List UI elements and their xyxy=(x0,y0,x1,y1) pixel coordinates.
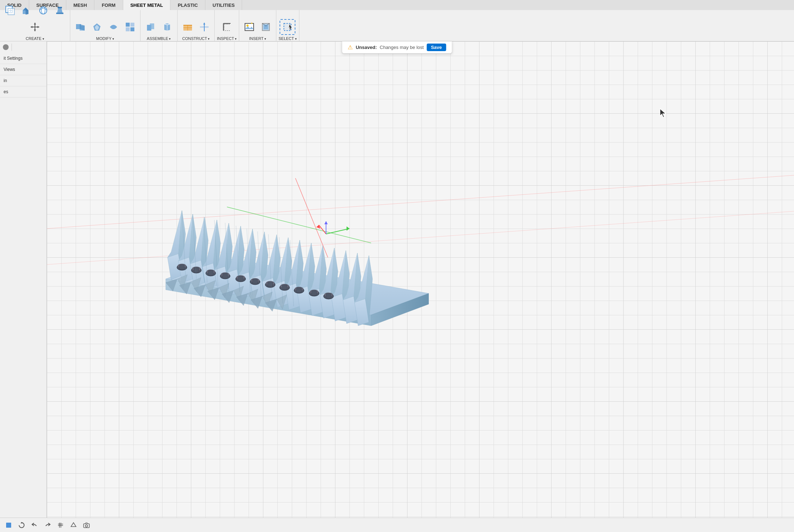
modify-icon1[interactable] xyxy=(72,19,88,35)
svg-line-174 xyxy=(326,229,349,234)
assemble-section: ASSEMBLE ▾ xyxy=(140,10,178,41)
svg-point-46 xyxy=(246,24,249,27)
insert-icon2[interactable] xyxy=(258,19,274,35)
svg-rect-137 xyxy=(282,285,287,290)
3d-model xyxy=(119,70,443,340)
sidebar-item-settings[interactable]: it Settings xyxy=(0,53,46,64)
status-rotate-icon[interactable] xyxy=(17,520,27,530)
canvas-area[interactable] xyxy=(47,41,794,518)
inspect-label[interactable]: INSPECT ▾ xyxy=(217,36,237,41)
sidebar-item-in[interactable]: in xyxy=(0,75,46,86)
svg-rect-125 xyxy=(223,273,228,278)
status-bar xyxy=(0,518,794,532)
tab-form[interactable]: FORM xyxy=(94,0,123,10)
svg-marker-14 xyxy=(31,26,32,28)
es-label: es xyxy=(4,89,8,94)
unsaved-label: Unsaved: xyxy=(356,45,377,50)
svg-rect-11 xyxy=(58,7,62,8)
tab-plastic[interactable]: PLASTIC xyxy=(170,0,205,10)
svg-marker-186 xyxy=(71,523,76,527)
svg-rect-180 xyxy=(6,523,11,528)
tab-utilities[interactable]: UTILITIES xyxy=(205,0,242,10)
unsaved-bar: ⚠ Unsaved: Changes may be lost Save xyxy=(342,41,452,54)
insert-label[interactable]: INSERT ▾ xyxy=(249,36,266,41)
svg-rect-23 xyxy=(130,27,134,31)
svg-rect-10 xyxy=(56,13,63,14)
toolbar: SOLID SURFACE MESH FORM SHEET METAL PLAS… xyxy=(0,0,794,41)
svg-rect-116 xyxy=(179,265,184,270)
svg-rect-25 xyxy=(150,23,154,29)
settings-label: it Settings xyxy=(4,56,23,61)
create-label[interactable]: CREATE ▾ xyxy=(26,36,44,41)
extrude-button[interactable] xyxy=(19,3,35,18)
svg-marker-12 xyxy=(34,23,36,24)
svg-marker-175 xyxy=(347,226,349,231)
warning-icon: ⚠ xyxy=(348,44,353,51)
new-component-button[interactable] xyxy=(2,3,18,18)
status-camera-icon[interactable] xyxy=(81,520,92,530)
inspect-section: INSPECT ▾ xyxy=(215,10,239,41)
svg-marker-179 xyxy=(324,221,328,224)
svg-point-188 xyxy=(85,525,88,527)
svg-rect-52 xyxy=(264,25,268,29)
svg-marker-15 xyxy=(37,26,39,28)
svg-rect-134 xyxy=(268,282,273,287)
status-redo-icon[interactable] xyxy=(43,520,53,530)
svg-rect-122 xyxy=(208,270,213,275)
revolve-button[interactable] xyxy=(35,3,51,18)
construct-icon2[interactable] xyxy=(196,19,212,35)
modify-icon3[interactable] xyxy=(106,19,121,35)
tab-sheetmetal[interactable]: SHEET METAL xyxy=(123,0,171,10)
toolbar-icons-row: CREATE ▾ xyxy=(0,10,794,41)
svg-point-7 xyxy=(40,7,47,14)
svg-marker-6 xyxy=(26,8,28,15)
modify-icon2[interactable] xyxy=(89,19,105,35)
assemble-label[interactable]: ASSEMBLE ▾ xyxy=(147,36,171,41)
svg-marker-32 xyxy=(203,23,205,24)
sidebar-toggle-dot[interactable] xyxy=(3,44,9,50)
toolbar-tab-bar: SOLID SURFACE MESH FORM SHEET METAL PLAS… xyxy=(0,0,794,10)
move-button[interactable] xyxy=(27,19,43,35)
svg-rect-3 xyxy=(8,8,14,15)
tab-mesh[interactable]: MESH xyxy=(66,0,95,10)
select-button[interactable] xyxy=(280,19,295,35)
loft-button[interactable] xyxy=(52,3,68,18)
insert-section: INSERT ▾ xyxy=(239,10,276,41)
cursor xyxy=(659,108,668,120)
select-section: SELECT ▾ xyxy=(276,10,299,41)
svg-rect-33 xyxy=(200,26,209,28)
svg-rect-140 xyxy=(296,288,302,293)
assemble-icon1[interactable] xyxy=(143,19,159,35)
sidebar-item-es[interactable]: es xyxy=(0,86,46,98)
modify-icon4[interactable] xyxy=(122,19,138,35)
status-wireframe-icon[interactable] xyxy=(68,520,79,530)
inspect-icon1[interactable] xyxy=(219,19,235,35)
construct-label[interactable]: CONSTRUCT ▾ xyxy=(182,36,210,41)
status-undo-icon[interactable] xyxy=(30,520,40,530)
svg-rect-20 xyxy=(126,23,130,27)
status-grid-icon[interactable] xyxy=(55,520,66,530)
svg-rect-119 xyxy=(194,267,199,272)
views-label: Views xyxy=(4,67,15,72)
left-sidebar: it Settings Views in es xyxy=(0,41,47,518)
insert-icon1[interactable] xyxy=(241,19,257,35)
svg-rect-143 xyxy=(312,290,317,296)
modify-label[interactable]: MODIFY ▾ xyxy=(96,36,114,41)
svg-marker-9 xyxy=(57,8,63,13)
changes-text: Changes may be lost xyxy=(380,45,424,50)
sidebar-item-views[interactable]: Views xyxy=(0,64,46,75)
assemble-icon2[interactable] xyxy=(159,19,175,35)
svg-rect-22 xyxy=(126,27,130,31)
svg-rect-45 xyxy=(245,23,254,31)
svg-line-176 xyxy=(319,225,326,234)
modify-section: MODIFY ▾ xyxy=(70,10,140,41)
create-section: CREATE ▾ xyxy=(0,10,70,41)
in-label: in xyxy=(4,78,7,83)
select-label[interactable]: SELECT ▾ xyxy=(278,36,296,41)
svg-rect-21 xyxy=(130,23,134,27)
construct-icon1[interactable] xyxy=(180,19,196,35)
svg-rect-146 xyxy=(326,293,331,298)
save-button[interactable]: Save xyxy=(427,44,446,51)
status-square-icon[interactable] xyxy=(4,520,14,530)
svg-rect-131 xyxy=(253,279,258,284)
